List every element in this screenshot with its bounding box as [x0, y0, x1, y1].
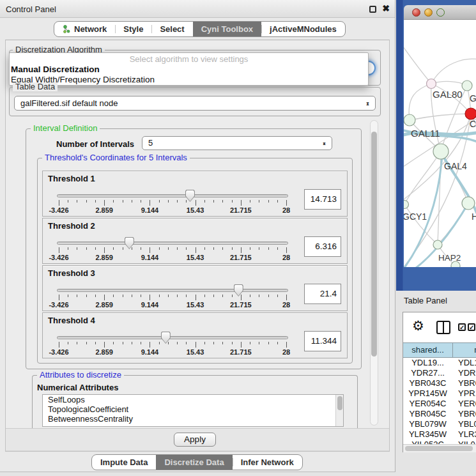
- tab-jactivemnodules[interactable]: jActiveMNodules: [261, 22, 345, 36]
- table-row[interactable]: YER054CYER0: [403, 399, 476, 409]
- graph-node[interactable]: [433, 144, 449, 159]
- threshold-value-field[interactable]: 14.713: [304, 189, 341, 210]
- scrollbar-thumb[interactable]: [337, 396, 342, 410]
- cell-name[interactable]: YDR2: [452, 368, 476, 378]
- network-window-titlebar[interactable]: [404, 5, 476, 20]
- bottom-tabbar: Impute DataDiscretize DataInfer Network: [91, 454, 303, 470]
- graph-node[interactable]: [404, 114, 415, 126]
- tab-impute-data[interactable]: Impute Data: [92, 455, 156, 470]
- traffic-light-close-icon[interactable]: [412, 8, 420, 17]
- cell-shared-name[interactable]: YBL079W: [403, 419, 452, 429]
- cell-shared-name[interactable]: YBR045C: [403, 409, 452, 419]
- tick-label: 15.43: [187, 301, 204, 309]
- tick-label: 28: [282, 206, 290, 214]
- tab-network[interactable]: Network: [54, 22, 115, 36]
- control-panel-titlebar: Control Panel ✖: [0, 0, 395, 18]
- tab-label: Infer Network: [241, 457, 294, 467]
- tab-label: Network: [74, 24, 107, 34]
- tab-discretize-data[interactable]: Discretize Data: [156, 455, 232, 470]
- slider-track[interactable]: [57, 289, 288, 292]
- table-row[interactable]: YPR145WYPR1: [403, 388, 476, 399]
- gear-icon[interactable]: ⚙: [412, 318, 424, 334]
- checkbox-icon[interactable]: ✓: [458, 323, 466, 331]
- slider-track[interactable]: [57, 336, 288, 339]
- tab-style[interactable]: Style: [115, 22, 151, 36]
- tick-label: -3.426: [49, 206, 68, 214]
- slider-ticks: [59, 200, 286, 206]
- float-window-icon[interactable]: [369, 6, 376, 13]
- threshold-value-field[interactable]: 6.316: [304, 236, 341, 257]
- graph-node[interactable]: [404, 201, 409, 209]
- apply-button[interactable]: Apply: [174, 433, 216, 447]
- horizontal-scrollbar[interactable]: [403, 444, 476, 452]
- settings-scrollbar[interactable]: [370, 120, 378, 426]
- table-row[interactable]: YBR043CYBR0: [403, 378, 476, 388]
- cell-name[interactable]: YLR3: [452, 429, 476, 440]
- graph-node[interactable]: [427, 79, 436, 89]
- traffic-light-zoom-icon[interactable]: [436, 8, 445, 17]
- checkbox-icon[interactable]: ✓: [468, 323, 475, 331]
- dropdown-item-equal-width[interactable]: Equal Width/Frequency Discretization: [10, 75, 368, 85]
- column-header-shared-[interactable]: shared...: [403, 342, 453, 358]
- threshold-value-field[interactable]: 11.344: [304, 331, 341, 351]
- cell-shared-name[interactable]: YER054C: [403, 399, 452, 409]
- column-header-name[interactable]: name: [453, 342, 476, 358]
- cell-name[interactable]: YIL0: [452, 440, 475, 444]
- graph-edge[interactable]: [410, 114, 471, 120]
- tab-label: Discretize Data: [164, 457, 224, 467]
- tab-infer-network[interactable]: Infer Network: [233, 455, 302, 470]
- cell-shared-name[interactable]: YLR345W: [403, 429, 452, 440]
- table-data-combobox[interactable]: galFiltered.sif default node: [14, 96, 376, 111]
- table-row[interactable]: YIL052CYIL0: [403, 440, 476, 444]
- tick-label: 21.715: [230, 206, 252, 214]
- combo-stepper-icon[interactable]: [365, 98, 372, 109]
- list-scrollbar[interactable]: [335, 395, 343, 426]
- table-row[interactable]: YBL079WYBL0: [403, 419, 476, 429]
- combo-stepper-icon[interactable]: [322, 138, 328, 150]
- tab-cyni-toolbox[interactable]: Cyni Toolbox: [193, 22, 261, 36]
- window-title: Control Panel: [6, 4, 56, 14]
- graph-node[interactable]: [462, 197, 475, 210]
- cell-shared-name[interactable]: YDL19...: [403, 358, 452, 368]
- graph-edge[interactable]: [404, 117, 476, 168]
- cell-name[interactable]: YDL1: [452, 358, 476, 368]
- cell-shared-name[interactable]: YBR043C: [403, 378, 452, 388]
- threshold-panel-4: Threshold 4-3.4262.8599.14415.4321.71528…: [42, 312, 348, 358]
- cell-name[interactable]: YBR0: [452, 378, 476, 388]
- slider-track[interactable]: [57, 242, 288, 245]
- cell-shared-name[interactable]: YPR145W: [403, 388, 452, 399]
- cell-name[interactable]: YER0: [452, 399, 476, 409]
- tick-label: 9.144: [141, 254, 159, 261]
- list-item-selfloops[interactable]: SelfLoops: [43, 395, 343, 404]
- cell-shared-name[interactable]: YDR27...: [403, 368, 452, 378]
- slider-track[interactable]: [57, 194, 288, 197]
- tick-label: 15.43: [187, 254, 204, 261]
- dropdown-hint: Select algorithm to view settings: [10, 54, 368, 65]
- cell-name[interactable]: YBL0: [452, 419, 476, 429]
- graph-node[interactable]: [462, 81, 472, 91]
- table-row[interactable]: YDR27...YDR2: [403, 368, 476, 378]
- table-row[interactable]: YBR045CYBR0: [403, 409, 476, 419]
- attributes-list[interactable]: SelfLoopsTopologicalCoefficientBetweenne…: [42, 394, 344, 427]
- num-intervals-combobox[interactable]: 5: [142, 136, 332, 150]
- threshold-value-field[interactable]: 21.4: [304, 284, 341, 304]
- list-item-topologicalcoefficient[interactable]: TopologicalCoefficient: [43, 404, 343, 414]
- cell-shared-name[interactable]: YIL052C: [403, 440, 452, 444]
- scrollbar-thumb[interactable]: [405, 446, 473, 451]
- scrollbar-thumb[interactable]: [371, 132, 377, 357]
- cell-name[interactable]: YPR1: [452, 388, 476, 399]
- network-canvas[interactable]: GAL80GACGAL11GAL4GCY1HHAP2: [404, 20, 476, 267]
- tab-select[interactable]: Select: [151, 22, 192, 36]
- table-row[interactable]: YLR345WYLR3: [403, 429, 476, 440]
- graph-node[interactable]: [465, 108, 476, 119]
- graph-edge[interactable]: [431, 59, 476, 84]
- traffic-light-minimize-icon[interactable]: [424, 8, 433, 17]
- table-row[interactable]: YDL19...YDL1: [403, 358, 476, 368]
- columns-icon[interactable]: [436, 321, 450, 334]
- graph-node[interactable]: [433, 240, 442, 249]
- dropdown-item-manual[interactable]: Manual Discretization: [10, 65, 368, 75]
- cell-name[interactable]: YBR0: [452, 409, 476, 419]
- graph-edge[interactable]: [404, 44, 431, 84]
- list-item-betweennesscentrality[interactable]: BetweennessCentrality: [43, 414, 343, 424]
- close-window-icon[interactable]: ✖: [382, 3, 390, 13]
